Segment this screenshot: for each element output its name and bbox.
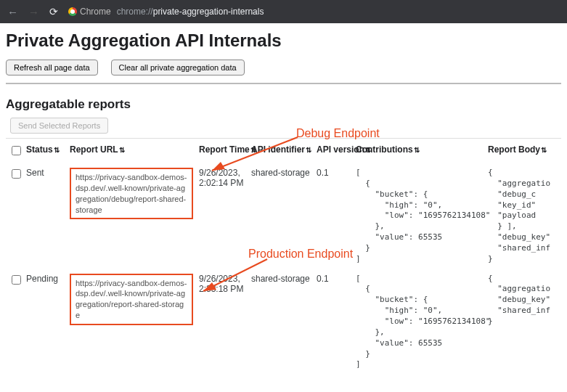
reports-table: Status⇅ Report URL⇅ Report Time⇅ API ide… [6, 139, 566, 375]
cell-api-identifier: shared-storage [248, 269, 314, 375]
cell-contributions: [ { "bucket": { "high": "0", "low": "169… [356, 274, 482, 371]
table-row: Sent https://privacy-sandbox-demos-dsp.d… [6, 163, 566, 269]
chrome-icon [68, 7, 77, 16]
row-checkbox[interactable] [12, 275, 21, 285]
col-report-url[interactable]: Report URL⇅ [67, 139, 196, 163]
sort-icon: ⇅ [541, 146, 547, 154]
cell-url: https://privacy-sandbox-demos-dsp.dev/.w… [70, 274, 193, 325]
divider [6, 83, 561, 84]
page-title: Private Aggregation API Internals [6, 30, 561, 51]
reload-icon[interactable]: ⟳ [49, 6, 58, 17]
cell-url: https://privacy-sandbox-demos-dsp.dev/.w… [70, 168, 193, 219]
cell-contributions: [ { "bucket": { "high": "0", "low": "169… [356, 168, 482, 265]
cell-api-identifier: shared-storage [248, 163, 314, 269]
send-selected-button[interactable]: Send Selected Reports [10, 118, 108, 134]
table-body: Sent https://privacy-sandbox-demos-dsp.d… [6, 163, 566, 375]
cell-api-version: 0.1 [314, 269, 353, 375]
cell-api-version: 0.1 [314, 163, 353, 269]
clear-button[interactable]: Clear all private aggregation data [111, 60, 245, 75]
cell-report-body: { "aggregatio "debug_key" "shared_inf } [488, 274, 563, 327]
col-report-body[interactable]: Report Body⇅ [485, 139, 566, 163]
row-checkbox[interactable] [12, 169, 21, 179]
sort-icon: ⇅ [119, 146, 125, 154]
sort-icon: ⇅ [306, 146, 311, 154]
back-icon[interactable]: ← [7, 6, 18, 18]
col-status[interactable]: Status⇅ [23, 139, 67, 163]
product-label: Chrome [80, 7, 111, 17]
select-all-checkbox[interactable] [12, 146, 21, 155]
sort-icon: ⇅ [54, 146, 60, 154]
cell-status: Pending [23, 269, 67, 375]
cell-status: Sent [23, 163, 67, 269]
url-scheme: chrome:// [117, 7, 153, 17]
table-row: Pending https://privacy-sandbox-demos-ds… [6, 269, 566, 375]
forward-icon[interactable]: → [28, 6, 39, 18]
cell-report-body: { "aggregatio "debug_c "key_id" "payload… [488, 168, 563, 265]
col-api-identifier[interactable]: API identifier⇅ [248, 139, 314, 163]
refresh-button[interactable]: Refresh all page data [6, 60, 98, 75]
chrome-badge: Chrome [68, 7, 111, 17]
col-report-time[interactable]: Report Time⇅ [196, 139, 248, 163]
browser-toolbar: ← → ⟳ Chrome chrome://private-aggregatio… [0, 0, 567, 23]
col-contributions[interactable]: Contributions⇅ [353, 139, 485, 163]
col-api-version[interactable]: API version⇅ [314, 139, 353, 163]
section-heading: Aggregatable reports [6, 97, 561, 112]
cell-time: 9/26/2023, 2:33:18 PM [196, 269, 248, 375]
url-path: private-aggregation-internals [153, 7, 264, 17]
sort-icon: ⇅ [414, 146, 420, 154]
cell-time: 9/26/2023, 2:02:14 PM [196, 163, 248, 269]
address-bar[interactable]: Chrome chrome://private-aggregation-inte… [68, 7, 264, 17]
